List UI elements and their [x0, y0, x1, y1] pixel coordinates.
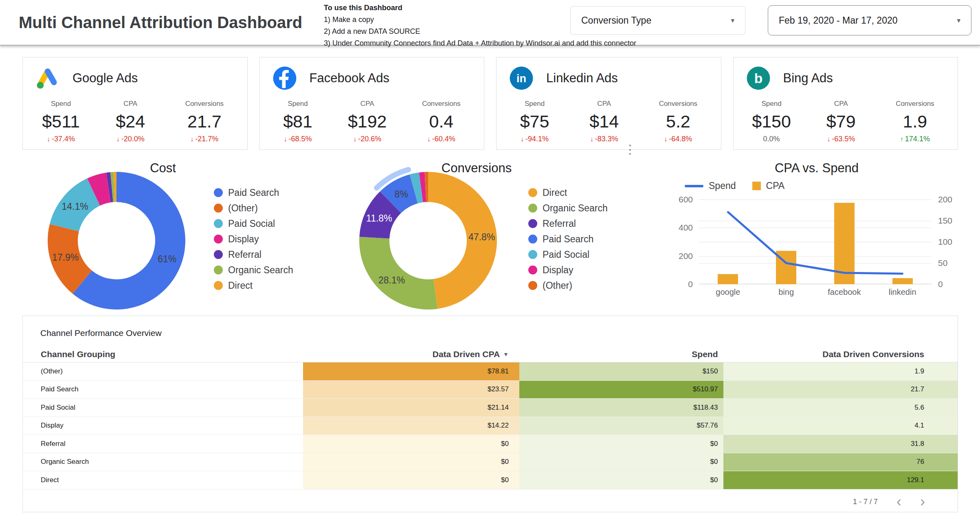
table-row-paid-social[interactable]: Paid Social$21.14$118.435.6 [23, 399, 958, 417]
plot-area [699, 200, 932, 284]
legend-item-paid-search[interactable]: Paid Search [214, 188, 293, 198]
metric-label: CPA [99, 100, 162, 108]
left-axis-tick: 400 [679, 223, 693, 233]
legend-item-organic-search[interactable]: Organic Search [214, 265, 293, 275]
table-body: (Other)$78.81$1501.9Paid Search$23.57$51… [23, 362, 958, 489]
legend-item-other[interactable]: (Other) [528, 281, 608, 290]
legend-swatch [528, 235, 537, 244]
table-row-referral[interactable]: Referral$0$031.8 [23, 435, 958, 453]
metric-delta: ↓-68.5% [260, 135, 336, 143]
legend-swatch [528, 266, 537, 274]
delta-arrow-icon: ↓ [664, 136, 667, 143]
legend-item-display[interactable]: Display [528, 265, 608, 275]
metric-spend: Spend$75↓-94.1% [497, 100, 573, 143]
table-title: Channel Performance Overview [40, 328, 162, 338]
table-row-paid-search[interactable]: Paid Search$23.57$510.9721.7 [23, 381, 958, 399]
facebook-ads-scorecard: Facebook Ads Spend$81↓-68.5%CPA$192↓-20.… [259, 57, 485, 150]
legend-item-other[interactable]: (Other) [214, 203, 293, 213]
legend-label: Spend [709, 180, 736, 191]
legend-item-referral[interactable]: Referral [214, 250, 293, 259]
legend-label: Direct [228, 280, 253, 291]
metric-value: $150 [734, 112, 810, 132]
legend-swatch [214, 219, 223, 228]
column-header-data-driven-conversions[interactable]: Data Driven Conversions [723, 349, 958, 359]
legend-swatch [214, 204, 223, 213]
legend-item-paid-social[interactable]: Paid Social [214, 219, 293, 228]
table-row-organic-search[interactable]: Organic Search$0$076 [23, 453, 958, 472]
metric-value: $511 [23, 112, 99, 132]
legend-swatch [214, 281, 223, 290]
overflow-menu-icon[interactable]: ⋮ [624, 143, 636, 156]
scorecards-row: Google Ads Spend$511↓-37.4%CPA$24↓-20.0%… [22, 57, 958, 150]
metric-value: $75 [497, 112, 573, 132]
metric-delta: ↓-20.6% [336, 135, 399, 143]
column-header-channel-grouping[interactable]: Channel Grouping [23, 349, 303, 359]
legend-item-paid-search[interactable]: Paid Search [528, 234, 608, 244]
legend-item-direct[interactable]: Direct [214, 281, 293, 290]
cell-conversions: 21.7 [723, 381, 958, 399]
legend-label: Direct [543, 187, 567, 198]
cell-cpa: $14.22 [303, 417, 519, 435]
legend-label: (Other) [228, 203, 258, 214]
x-axis-label-bing: bing [778, 288, 794, 297]
metric-conversions: Conversions1.9↑174.1% [872, 100, 958, 143]
slice-organic-search[interactable] [359, 237, 437, 309]
legend-label: Paid Search [228, 187, 279, 198]
next-page-icon[interactable]: › [920, 494, 925, 509]
legend-item-spend[interactable]: Spend [685, 180, 736, 191]
left-axis-tick: 0 [688, 279, 693, 289]
cell-cpa: $0 [303, 435, 519, 453]
legend-item-paid-social[interactable]: Paid Social [528, 250, 608, 259]
legend-swatch [528, 281, 537, 290]
legend-label: Organic Search [543, 203, 608, 214]
metric-cpa: CPA$192↓-20.6% [336, 100, 399, 143]
cell-conversions: 76 [723, 453, 958, 471]
metric-spend: Spend$511↓-37.4% [23, 100, 99, 143]
right-axis: 050100150200 [938, 200, 959, 284]
legend-item-referral[interactable]: Referral [528, 219, 608, 228]
table-row-other[interactable]: (Other)$78.81$1501.9 [23, 362, 958, 381]
legend-swatch [528, 188, 537, 197]
pagination: 1 - 7 / 7 ‹ › [853, 494, 925, 509]
legend-item-cpa[interactable]: CPA [752, 180, 785, 191]
svg-text:b: b [754, 71, 762, 86]
table-row-display[interactable]: Display$14.22$57.764.1 [23, 417, 958, 435]
cell-channel: Display [23, 417, 303, 435]
legend-label: Organic Search [228, 265, 293, 276]
legend-swatch [528, 219, 537, 228]
cell-conversions: 5.6 [723, 399, 958, 417]
metric-cpa: CPA$24↓-20.0% [99, 100, 162, 143]
delta-arrow-icon: ↓ [284, 136, 287, 143]
cell-channel: Paid Search [23, 381, 303, 399]
legend-item-direct[interactable]: Direct [528, 188, 608, 198]
conversion-type-dropdown[interactable]: Conversion Type ▾ [570, 6, 745, 35]
legend-item-organic-search[interactable]: Organic Search [528, 203, 608, 213]
cell-cpa: $23.57 [303, 381, 519, 399]
slice-label: 28.1% [378, 275, 405, 285]
card-metrics: Spend$75↓-94.1%CPA$14↓-83.3%Conversions5… [497, 100, 721, 143]
delta-arrow-icon: ↓ [47, 136, 50, 143]
chevron-down-icon: ▾ [957, 16, 960, 25]
column-header-spend[interactable]: Spend [519, 349, 724, 359]
x-axis-label-linkedin: linkedin [889, 288, 916, 297]
prev-page-icon[interactable]: ‹ [897, 494, 901, 509]
legend-item-display[interactable]: Display [214, 234, 293, 244]
combo-legend: Spend CPA [685, 180, 784, 191]
date-range-picker[interactable]: Feb 19, 2020 - Mar 17, 2020 ▾ [768, 5, 971, 35]
conversions-donut: 47.8%28.1%11.8%8% [347, 159, 510, 322]
spend-line [699, 200, 932, 284]
bing-ads-scorecard: b Bing Ads Spend$1500.0%CPA$79↓-63.5%Con… [733, 57, 958, 150]
linkedin-ads-logo-icon: in [509, 66, 534, 91]
column-header-data-driven-cpa[interactable]: Data Driven CPA ▼ [303, 349, 519, 359]
metric-delta: 0.0% [734, 135, 810, 143]
card-head: in Linkedin Ads [509, 66, 618, 91]
legend-label: Display [543, 265, 573, 276]
legend-swatch [528, 204, 537, 213]
cell-channel: Paid Social [23, 399, 303, 417]
facebook-ads-logo-icon [272, 66, 297, 91]
metric-spend: Spend$1500.0% [734, 100, 810, 143]
metric-delta: ↓-37.4% [23, 135, 99, 143]
table-row-direct[interactable]: Direct$0$0129.1 [23, 471, 958, 489]
metric-delta: ↓-21.7% [162, 135, 247, 143]
card-head: b Bing Ads [746, 66, 833, 91]
